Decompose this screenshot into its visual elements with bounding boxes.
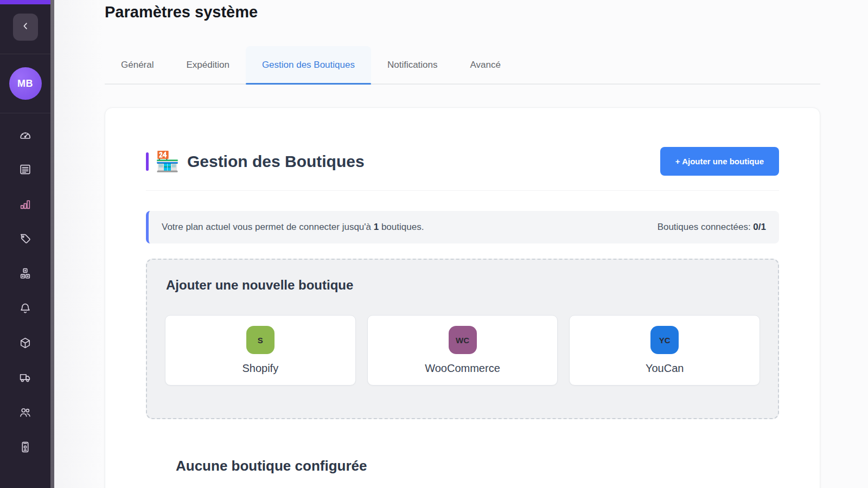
tab-expedition[interactable]: Expédition bbox=[170, 46, 245, 84]
youcan-logo-badge: YC bbox=[650, 326, 679, 354]
truck-icon[interactable] bbox=[18, 370, 33, 384]
platform-name: Shopify bbox=[242, 362, 278, 375]
platform-grid: S Shopify WC WooCommerce YC YouCan bbox=[165, 315, 760, 386]
add-new-store-zone: Ajouter une nouvelle boutique S Shopify … bbox=[146, 259, 779, 419]
package-icon[interactable] bbox=[18, 336, 33, 350]
panel-divider bbox=[146, 190, 779, 191]
tab-gestion-des-boutiques[interactable]: Gestion des Boutiques bbox=[246, 46, 371, 84]
store-management-panel: 🏪 Gestion des Boutiques + Ajouter une bo… bbox=[105, 107, 820, 488]
users-icon[interactable] bbox=[18, 405, 33, 419]
settings-tabs: Général Expédition Gestion des Boutiques… bbox=[105, 46, 820, 85]
cubes-icon[interactable] bbox=[18, 266, 33, 280]
configured-stores-title: Aucune boutique configurée bbox=[176, 458, 779, 474]
mobile-icon[interactable] bbox=[18, 440, 33, 454]
sidebar-divider bbox=[0, 113, 50, 113]
woocommerce-logo-badge: WC bbox=[449, 326, 477, 354]
store-emoji-icon: 🏪 bbox=[155, 152, 180, 171]
bell-icon[interactable] bbox=[18, 301, 33, 315]
chevron-left-icon bbox=[21, 21, 30, 33]
plan-limit-banner: Votre plan actuel vous permet de connect… bbox=[146, 211, 779, 243]
platform-card-youcan[interactable]: YC YouCan bbox=[569, 315, 760, 386]
plan-notice-text: Votre plan actuel vous permet de connect… bbox=[162, 222, 658, 233]
panel-header: 🏪 Gestion des Boutiques + Ajouter une bo… bbox=[146, 147, 779, 176]
dashboard-gauge-icon[interactable] bbox=[18, 127, 33, 142]
news-icon[interactable] bbox=[18, 162, 33, 176]
add-zone-title: Ajouter une nouvelle boutique bbox=[166, 278, 760, 293]
collapse-sidebar-button[interactable] bbox=[13, 14, 38, 41]
panel-title: Gestion des Boutiques bbox=[187, 152, 660, 171]
heading-accent-bar bbox=[146, 152, 149, 171]
sidebar: MB bbox=[0, 0, 50, 488]
page-title: Paramètres système bbox=[105, 3, 258, 21]
add-store-button[interactable]: + Ajouter une boutique bbox=[660, 147, 779, 176]
bar-chart-icon[interactable] bbox=[18, 197, 33, 211]
sidebar-scrollbar[interactable] bbox=[50, 0, 54, 488]
connected-count-value: 0/1 bbox=[753, 222, 766, 232]
plan-limit-value: 1 bbox=[374, 222, 379, 232]
main-content: Paramètres système Général Expédition Ge… bbox=[54, 0, 868, 488]
tab-general[interactable]: Général bbox=[105, 46, 170, 84]
platform-card-woocommerce[interactable]: WC WooCommerce bbox=[367, 315, 558, 386]
platform-name: YouCan bbox=[646, 362, 684, 375]
tab-notifications[interactable]: Notifications bbox=[371, 46, 454, 84]
tab-avance[interactable]: Avancé bbox=[454, 46, 517, 84]
shopify-logo-badge: S bbox=[246, 326, 275, 354]
sidebar-accent-bar bbox=[0, 0, 50, 4]
platform-card-shopify[interactable]: S Shopify bbox=[165, 315, 356, 386]
avatar[interactable]: MB bbox=[9, 67, 42, 100]
platform-name: WooCommerce bbox=[425, 362, 500, 375]
sidebar-divider bbox=[0, 54, 50, 54]
sidebar-nav bbox=[18, 127, 33, 454]
tag-icon[interactable] bbox=[18, 232, 33, 246]
connected-stores-counter: Boutiques connectées: 0/1 bbox=[658, 222, 766, 233]
